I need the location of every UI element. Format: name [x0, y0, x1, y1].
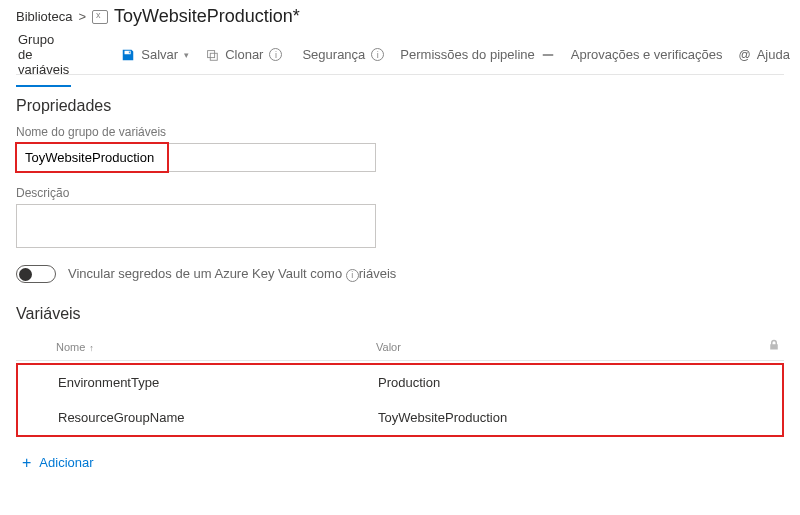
pipeline-icon: [541, 48, 555, 62]
clone-icon: [205, 48, 219, 62]
variable-group-icon: [92, 10, 108, 24]
toolbar: Grupo de variáveis Salvar ▾ Clonar i Seg…: [16, 35, 784, 75]
svg-rect-2: [543, 54, 554, 56]
highlight-box: EnvironmentType Production ResourceGroup…: [16, 363, 784, 437]
var-name-cell[interactable]: ResourceGroupName: [58, 410, 378, 425]
var-name-cell[interactable]: EnvironmentType: [58, 375, 378, 390]
column-value[interactable]: Valor: [376, 341, 754, 353]
description-input[interactable]: [16, 204, 376, 248]
table-row[interactable]: EnvironmentType Production: [18, 365, 782, 400]
variables-heading: Variáveis: [16, 305, 784, 323]
plus-icon: +: [22, 456, 31, 470]
security-button[interactable]: Segurança i: [296, 43, 390, 66]
help-button[interactable]: @ Ajuda: [733, 43, 796, 66]
chevron-down-icon: ▾: [184, 50, 189, 60]
name-label: Nome do grupo de variáveis: [16, 125, 784, 139]
breadcrumb: Biblioteca > ToyWebsiteProduction*: [16, 6, 784, 27]
pipeline-permissions-button[interactable]: Permissões do pipeline: [394, 43, 560, 66]
info-icon: i: [346, 269, 359, 282]
properties-heading: Propriedades: [16, 97, 784, 115]
info-icon: i: [371, 48, 384, 61]
info-icon: i: [269, 48, 282, 61]
key-vault-toggle[interactable]: [16, 265, 56, 283]
svg-rect-1: [210, 53, 217, 60]
group-name-input[interactable]: [16, 143, 376, 172]
variables-table: Nome↑ Valor EnvironmentType Production R…: [16, 333, 784, 437]
description-label: Descrição: [16, 186, 784, 200]
page-title: ToyWebsiteProduction*: [114, 6, 300, 27]
var-value-cell[interactable]: ToyWebsiteProduction: [378, 410, 752, 425]
approvals-button[interactable]: Aprovações e verificações: [565, 43, 729, 66]
lock-icon: [754, 339, 784, 354]
clone-button[interactable]: Clonar i: [199, 43, 288, 66]
save-button[interactable]: Salvar ▾: [115, 43, 195, 66]
save-icon: [121, 48, 135, 62]
chevron-right-icon: >: [78, 9, 86, 24]
add-button[interactable]: + Adicionar: [22, 455, 94, 470]
sort-asc-icon: ↑: [89, 343, 94, 353]
column-name[interactable]: Nome↑: [56, 341, 376, 353]
table-row[interactable]: ResourceGroupName ToyWebsiteProduction: [18, 400, 782, 435]
key-vault-label: Vincular segredos de um Azure Key Vault …: [68, 266, 396, 282]
var-value-cell[interactable]: Production: [378, 375, 752, 390]
svg-rect-0: [208, 50, 215, 57]
tab-variable-group[interactable]: Grupo de variáveis: [16, 22, 71, 87]
